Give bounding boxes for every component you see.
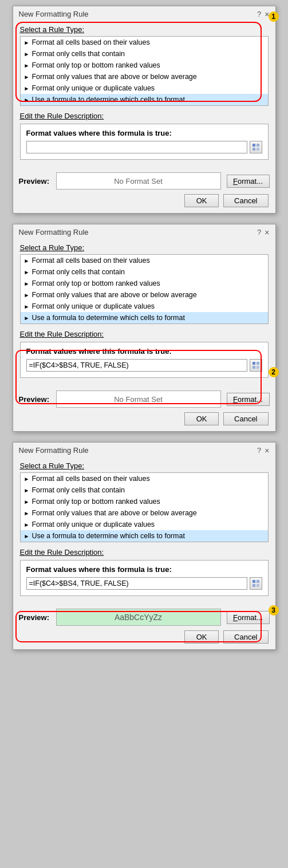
rule-type-item-5[interactable]: ►Format only unique or duplicate values	[21, 301, 268, 312]
dialog-title: New Formatting Rule	[19, 446, 89, 455]
formula-input-row	[26, 141, 262, 153]
formula-input[interactable]	[26, 577, 247, 590]
rule-type-text: Format only values that are above or bel…	[31, 509, 196, 517]
edit-rule-box: Format values where this formula is true…	[20, 124, 269, 160]
annotation-badge-3: 3	[269, 605, 279, 616]
preview-row: Preview:No Format SetFormat...	[13, 172, 275, 190]
dialog-footer: OKCancel	[13, 190, 275, 213]
svg-rect-0	[253, 144, 255, 147]
preview-box: AaBbCcYyZz	[56, 609, 221, 626]
rule-type-item-2[interactable]: ►Format only cells that contain	[21, 484, 268, 496]
titlebar-controls: ?×	[257, 228, 269, 236]
rule-type-text: Format only values that are above or bel…	[31, 291, 196, 299]
rule-type-text: Format all cells based on their values	[31, 38, 149, 46]
svg-rect-3	[257, 148, 259, 151]
rule-type-item-4[interactable]: ►Format only values that are above or be…	[21, 71, 268, 82]
rule-type-item-3[interactable]: ►Format only top or bottom ranked values	[21, 496, 268, 507]
formula-input[interactable]	[26, 359, 247, 372]
cancel-button[interactable]: Cancel	[223, 412, 268, 425]
rule-type-item-6[interactable]: ►Use a formula to determine which cells …	[21, 312, 268, 323]
dialog-titlebar: New Formatting Rule?×	[13, 6, 275, 21]
rule-type-text: Format all cells based on their values	[31, 475, 149, 483]
rule-type-item-5[interactable]: ►Format only unique or duplicate values	[21, 519, 268, 530]
annotation-badge-1: 1	[269, 11, 279, 22]
rule-type-text: Format all cells based on their values	[31, 257, 149, 265]
edit-rule-label: Edit the Rule Description:	[20, 112, 104, 120]
rule-arrow-icon: ►	[24, 258, 30, 264]
rule-type-text: Format only cells that contain	[31, 268, 125, 276]
svg-rect-2	[253, 148, 255, 151]
svg-rect-1	[257, 144, 259, 147]
edit-rule-label: Edit the Rule Description:	[20, 548, 104, 557]
rule-arrow-icon: ►	[24, 62, 30, 69]
rule-arrow-icon: ►	[24, 74, 30, 80]
rule-type-item-2[interactable]: ►Format only cells that contain	[21, 266, 268, 278]
rule-arrow-icon: ►	[24, 510, 30, 516]
ok-button[interactable]: OK	[184, 630, 219, 644]
annotation-badge-2: 2	[269, 367, 279, 377]
edit-rule-label: Edit the Rule Description:	[20, 330, 104, 338]
rule-type-text: Format only unique or duplicate values	[31, 84, 155, 92]
formula-label: Format values where this formula is true…	[26, 347, 262, 356]
rule-type-item-2[interactable]: ►Format only cells that contain	[21, 48, 268, 60]
rule-type-text: Format only cells that contain	[31, 486, 125, 494]
svg-rect-4	[253, 362, 255, 365]
preview-box: No Format Set	[56, 390, 221, 408]
rule-type-item-5[interactable]: ►Format only unique or duplicate values	[21, 82, 268, 94]
formula-picker-button[interactable]	[250, 359, 262, 372]
formula-picker-button[interactable]	[250, 577, 262, 590]
dialog-container-2: New Formatting Rule?×Select a Rule Type:…	[13, 224, 276, 432]
ok-button[interactable]: OK	[184, 412, 219, 425]
rule-type-item-6[interactable]: ►Use a formula to determine which cells …	[21, 94, 268, 105]
formula-input-row	[26, 359, 262, 372]
rule-type-item-6[interactable]: ►Use a formula to determine which cells …	[21, 530, 268, 542]
cancel-button[interactable]: Cancel	[223, 194, 268, 207]
close-button[interactable]: ×	[265, 228, 269, 236]
rule-arrow-icon: ►	[24, 487, 30, 494]
help-button[interactable]: ?	[257, 10, 261, 18]
rule-arrow-icon: ►	[24, 315, 30, 321]
dialog-container-1: New Formatting Rule?×Select a Rule Type:…	[13, 6, 276, 214]
rule-type-item-1[interactable]: ►Format all cells based on their values	[21, 473, 268, 484]
preview-label: Preview:	[19, 613, 50, 622]
ok-button[interactable]: OK	[184, 194, 219, 207]
rule-type-item-3[interactable]: ►Format only top or bottom ranked values	[21, 60, 268, 71]
rule-arrow-icon: ►	[24, 40, 30, 46]
format-button[interactable]: Format...	[227, 393, 270, 406]
svg-rect-6	[253, 366, 255, 369]
rule-type-text: Format only top or bottom ranked values	[31, 498, 160, 506]
grid-icon	[252, 361, 260, 369]
rule-type-text: Format only unique or duplicate values	[31, 520, 155, 528]
cancel-button[interactable]: Cancel	[223, 630, 268, 644]
help-button[interactable]: ?	[257, 446, 261, 455]
rule-type-item-4[interactable]: ►Format only values that are above or be…	[21, 507, 268, 519]
rule-type-item-3[interactable]: ►Format only top or bottom ranked values	[21, 278, 268, 289]
select-rule-label: Select a Rule Type:	[20, 461, 85, 470]
svg-rect-5	[257, 362, 259, 365]
rule-arrow-icon: ►	[24, 269, 30, 275]
select-rule-label: Select a Rule Type:	[20, 25, 85, 34]
rule-type-text: Use a formula to determine which cells t…	[31, 96, 184, 104]
rule-type-item-1[interactable]: ►Format all cells based on their values	[21, 255, 268, 266]
rule-type-text: Format only top or bottom ranked values	[31, 61, 160, 69]
format-button[interactable]: Format...	[227, 175, 270, 188]
help-button[interactable]: ?	[257, 228, 261, 236]
formula-input[interactable]	[26, 141, 247, 153]
rule-type-item-4[interactable]: ►Format only values that are above or be…	[21, 289, 268, 301]
formula-label: Format values where this formula is true…	[26, 565, 262, 574]
close-button[interactable]: ×	[265, 447, 269, 455]
dialog-1: New Formatting Rule?×Select a Rule Type:…	[13, 6, 276, 214]
formula-input-row	[26, 577, 262, 590]
svg-rect-10	[253, 584, 255, 587]
rule-type-item-1[interactable]: ►Format all cells based on their values	[21, 37, 268, 48]
rule-arrow-icon: ►	[24, 85, 30, 92]
rule-arrow-icon: ►	[24, 533, 30, 539]
dialog-titlebar: New Formatting Rule?×	[13, 224, 275, 239]
formula-picker-button[interactable]	[250, 141, 262, 153]
dialog-body: Select a Rule Type:►Format all cells bas…	[13, 21, 275, 165]
format-button[interactable]: Format...	[227, 611, 270, 624]
preview-row: Preview:AaBbCcYyZzFormat...	[13, 609, 275, 626]
rule-arrow-icon: ►	[24, 522, 30, 528]
edit-rule-box: Format values where this formula is true…	[20, 560, 269, 596]
formula-label: Format values where this formula is true…	[26, 129, 262, 137]
